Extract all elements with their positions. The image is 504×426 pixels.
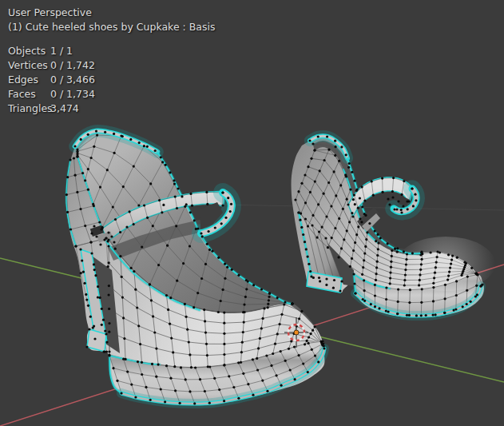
stat-row: Edges0 / 3,466 (8, 73, 215, 87)
stat-value: 0 / 1,742 (50, 58, 215, 73)
stat-row: Faces0 / 1,734 (8, 87, 215, 102)
stat-value: 1 / 1 (50, 44, 215, 58)
stat-label: Faces (8, 87, 50, 102)
stats-panel: Objects1 / 1Vertices0 / 1,742Edges0 / 3,… (8, 44, 215, 116)
blender-viewport[interactable]: User Perspective (1) Cute heeled shoes b… (0, 0, 504, 426)
stat-value: 0 / 1,734 (50, 87, 215, 102)
view-perspective-label: User Perspective (8, 6, 215, 20)
stat-row: Objects1 / 1 (8, 44, 215, 58)
stat-label: Edges (8, 73, 50, 87)
cursor-center-dot (294, 330, 299, 335)
stat-label: Triangles (8, 102, 50, 116)
viewport-header: User Perspective (1) Cute heeled shoes b… (8, 6, 215, 116)
stat-row: Vertices0 / 1,742 (8, 58, 215, 73)
stat-value: 3,474 (50, 102, 215, 116)
stat-label: Objects (8, 44, 50, 58)
stat-label: Vertices (8, 58, 50, 73)
stat-row: Triangles3,474 (8, 102, 215, 116)
stat-value: 0 / 3,466 (50, 73, 215, 87)
object-info-label: (1) Cute heeled shoes by Cupkake : Basis (8, 20, 215, 34)
